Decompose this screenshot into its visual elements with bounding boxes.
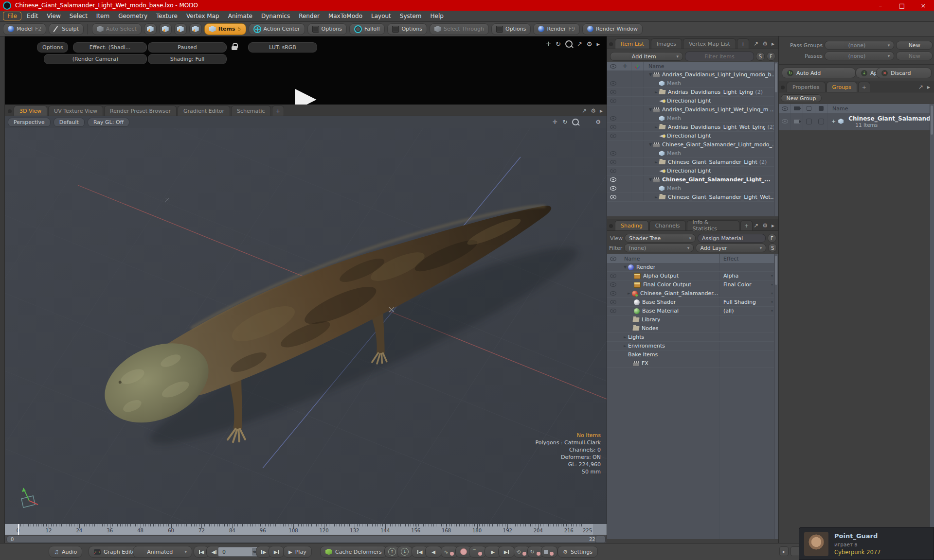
viewport-tab-3d-view[interactable]: 3D View: [14, 105, 47, 116]
visibility-cell[interactable]: [607, 342, 619, 350]
menu-edit[interactable]: Edit: [22, 12, 42, 20]
pan-icon[interactable]: ✛: [553, 119, 557, 125]
prev-key-button[interactable]: ◀: [425, 546, 442, 558]
groups-tab-groups[interactable]: Groups: [826, 82, 857, 92]
discard-button[interactable]: × Discard: [876, 68, 932, 78]
default-shading-button[interactable]: Default: [54, 118, 85, 127]
axis-cell[interactable]: [631, 167, 644, 175]
shader-row[interactable]: FX: [607, 359, 775, 368]
shader-row[interactable]: Final Color OutputFinal Color▾: [607, 280, 775, 289]
itemlist-tab-images[interactable]: Images: [651, 38, 682, 49]
visibility-cell[interactable]: [607, 307, 619, 315]
tab-thumb-icon[interactable]: [781, 86, 785, 89]
effect-cell[interactable]: [719, 342, 775, 350]
groups-add-tab[interactable]: +: [858, 82, 870, 92]
locator-cell[interactable]: [619, 184, 631, 192]
tab-thumb-icon[interactable]: [609, 42, 613, 46]
menu-geometry[interactable]: Geometry: [114, 12, 152, 20]
axis-cell[interactable]: [631, 88, 644, 96]
eye-icon[interactable]: [610, 90, 616, 94]
filter-button[interactable]: F: [768, 234, 776, 243]
preview-lut-button[interactable]: LUT: sRGB: [248, 42, 317, 52]
visibility-cell[interactable]: [607, 184, 619, 192]
effect-cell[interactable]: [719, 263, 775, 271]
visibility-cell[interactable]: [607, 70, 619, 79]
shading-tab-info-statistics[interactable]: Info & Statistics: [687, 220, 739, 230]
current-frame-spinner[interactable]: 0 ◀▶: [218, 547, 259, 557]
cache-deformers-button[interactable]: Cache Deformers: [320, 546, 387, 558]
raygl-button[interactable]: Ray GL: Off: [88, 118, 129, 127]
item-row[interactable]: Mesh: [607, 149, 775, 158]
menu-item[interactable]: Item: [92, 12, 114, 20]
itemlist-add-tab[interactable]: +: [737, 38, 749, 49]
visibility-cell[interactable]: [607, 280, 619, 289]
eye-icon[interactable]: [610, 300, 616, 304]
collapse-arrow-icon[interactable]: ▼: [647, 142, 653, 147]
timeline-ruler[interactable]: 0122436486072849610812013214415616818019…: [5, 524, 607, 535]
item-row[interactable]: Directional Light: [607, 97, 775, 105]
axis-cell[interactable]: [631, 158, 644, 166]
expand-icon[interactable]: ↗: [754, 222, 758, 229]
eye-icon[interactable]: [610, 160, 616, 164]
pass-groups-dropdown[interactable]: (none) ▾: [825, 41, 894, 50]
action-center-button[interactable]: Action Center: [249, 23, 305, 35]
visibility-cell[interactable]: [607, 158, 619, 166]
viewport-tab-render-preset-browser[interactable]: Render Preset Browser: [104, 105, 177, 116]
locator-cell[interactable]: [619, 140, 631, 149]
item-row[interactable]: Directional Light: [607, 132, 775, 140]
item-row[interactable]: ▼Andrias_Davidianus_Light_Lying_modo_b..…: [607, 70, 775, 79]
preview-effect-button[interactable]: Effect: (Shadi...: [73, 42, 147, 52]
go-to-end-button[interactable]: ▶: [269, 546, 284, 558]
eye-icon[interactable]: [610, 282, 616, 287]
axis-cell[interactable]: [631, 97, 644, 105]
viewport-tab-schematic[interactable]: Schematic: [231, 105, 271, 116]
item-row[interactable]: ▼Chinese_Giant_Salamander_Light_modo_...: [607, 140, 775, 149]
expand-icon[interactable]: ↗: [918, 84, 923, 90]
push-down-button[interactable]: ↓: [397, 546, 413, 558]
expand-arrow-icon[interactable]: ►: [653, 195, 659, 199]
menu-maxtomodo[interactable]: MaxToModo: [324, 12, 367, 20]
axis-cell[interactable]: [631, 184, 644, 192]
visibility-cell[interactable]: [607, 114, 619, 122]
select-through-button[interactable]: Select Through: [430, 23, 489, 35]
item-list-scrollbar[interactable]: [774, 62, 778, 216]
shader-row[interactable]: ►Lights: [607, 333, 775, 342]
passes-dropdown[interactable]: (none) ▾: [825, 52, 894, 60]
visibility-cell[interactable]: [607, 88, 619, 96]
shader-row[interactable]: Library: [607, 315, 775, 324]
new-pass-group-button[interactable]: New: [896, 41, 933, 50]
group-checkbox-2[interactable]: [818, 119, 824, 124]
visibility-cell[interactable]: [607, 333, 619, 341]
axis-cell[interactable]: [631, 149, 644, 158]
shading-add-tab[interactable]: +: [740, 220, 753, 230]
item-row[interactable]: Mesh: [607, 114, 775, 123]
sculpt-mode-button[interactable]: Sculpt: [49, 23, 83, 35]
effect-cell[interactable]: [719, 359, 775, 368]
playhead[interactable]: [18, 524, 19, 535]
expand-icon[interactable]: ↗: [577, 40, 582, 48]
locator-cell[interactable]: [619, 149, 631, 158]
minimize-button[interactable]: –: [870, 0, 891, 11]
item-row[interactable]: ►Andrias_Davidianus_Light_Lying(2): [607, 88, 775, 97]
visibility-cell[interactable]: [607, 123, 619, 131]
render-button[interactable]: Render F9: [533, 23, 580, 35]
filter-items-input[interactable]: [685, 52, 754, 61]
axis-cell[interactable]: [631, 79, 644, 88]
eye-icon[interactable]: [610, 169, 616, 173]
locator-cell[interactable]: [619, 79, 631, 88]
eye-icon[interactable]: [610, 195, 616, 199]
menu-select[interactable]: Select: [65, 12, 92, 20]
eye-icon[interactable]: [610, 177, 616, 182]
menu-view[interactable]: View: [42, 12, 65, 20]
view-dropdown[interactable]: Shader Tree ▾: [625, 234, 696, 243]
gear-icon[interactable]: ⚙: [762, 40, 768, 47]
axis-cell[interactable]: [631, 70, 644, 79]
group-visibility-icon[interactable]: [782, 119, 788, 123]
group-row[interactable]: + Chinese_Giant_Salamander ... 11 Items: [779, 113, 931, 130]
dropdown-arrow-icon[interactable]: ▾: [771, 309, 773, 313]
expand-arrow-icon[interactable]: ►: [622, 344, 628, 348]
filter-button[interactable]: F: [767, 52, 775, 61]
visibility-cell[interactable]: [607, 298, 619, 306]
item-row[interactable]: Directional Light: [607, 167, 775, 175]
visibility-cell[interactable]: [607, 175, 619, 184]
